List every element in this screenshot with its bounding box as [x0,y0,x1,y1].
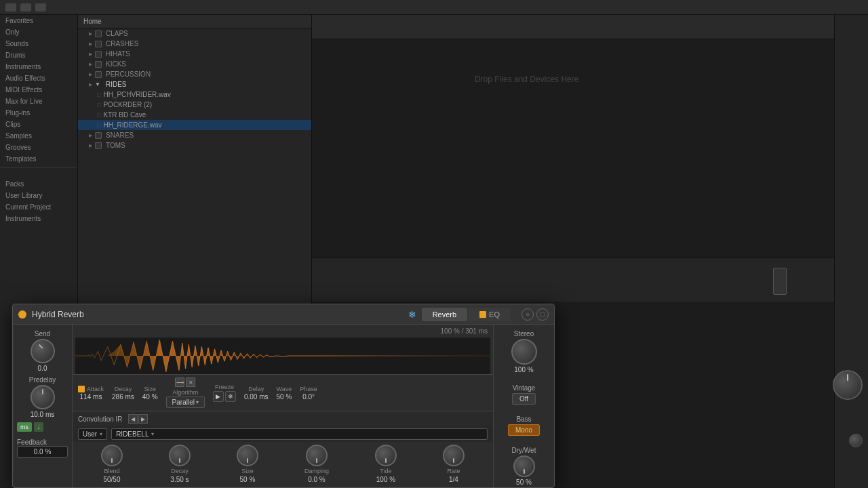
sidebar-item-user-library[interactable]: User Library [0,190,77,201]
send-knob[interactable] [31,339,55,363]
file-item-percussion[interactable]: PERCUSSION [78,69,311,79]
waveform-info: 100 % / 301 ms [73,325,493,338]
blend-value: 50/50 [103,476,120,483]
file-item-kicks[interactable]: KICKS [78,59,311,69]
sidebar-item-grooves[interactable]: Grooves [0,142,77,153]
sidebar-item-audio-effects[interactable]: Audio Effects [0,73,77,84]
stereo-knob[interactable] [511,339,537,365]
eq-tab-indicator [479,311,486,318]
sidebar-item-instruments-2[interactable]: Instruments [0,213,77,224]
tide-label: Tide [380,468,391,474]
freeze-icon-1[interactable]: ▶ [213,391,224,402]
tab-eq[interactable]: EQ [469,308,511,321]
send-label: Send [35,330,50,338]
modulate-icon[interactable]: ⟶ [175,378,184,387]
file-item-rides[interactable]: ▼ RIDES [78,79,311,89]
conv-user-dropdown[interactable]: User ▾ [78,428,107,440]
mixer-fader[interactable] [773,268,787,295]
plugin-body: Send 0.0 Predelay 10.0 ms ms ♩ [13,325,554,487]
dry-wet-knob[interactable] [513,455,535,477]
dry-wet-value: 50 % [516,479,532,486]
feedback-group: Feedback 0.0 % [17,439,68,458]
plugin-titlebar: Hybrid Reverb ❄ Reverb EQ ○ □ [13,304,554,325]
predelay-knob[interactable] [31,385,55,409]
algorithm-select[interactable]: Parallel ▾ [166,396,205,408]
feedback-label: Feedback [17,439,68,446]
waveform-display[interactable] [75,338,490,374]
sidebar-item-packs[interactable]: Packs [0,178,77,190]
sidebar-item-drums[interactable]: Drums [0,49,77,61]
sidebar-item-only[interactable]: Only [0,26,77,38]
sidebar-item-clips[interactable]: Clips [0,119,77,130]
transport-button-2[interactable] [20,3,31,12]
blend-knob[interactable] [101,445,123,466]
send-value: 0.0 [38,365,47,372]
crossfade-icon[interactable]: ✕ [186,378,195,387]
rate-knob[interactable] [443,445,465,466]
damping-value: 0.0 % [308,476,326,483]
stereo-value: 100 % [514,366,533,373]
vintage-group: Vintage Off [512,384,536,405]
drop-hint: Drop Files and Devices Here [475,75,578,84]
master-knob[interactable] [833,370,863,400]
conv-prev-button[interactable]: ◀ [128,414,138,424]
tide-knob[interactable] [375,445,397,466]
feedback-value[interactable]: 0.0 % [17,446,68,458]
freeze-buttons: ▶ ❄ [213,391,236,402]
damping-knob[interactable] [306,445,328,466]
sub-item-pockrder[interactable]: POCKRDER (2) [78,100,311,110]
sidebar-item-favorites[interactable]: Favorites [0,15,77,26]
tab-reverb[interactable]: Reverb [422,308,467,321]
conv-nav-buttons: ◀ ▶ [128,414,148,424]
sidebar-item-max-for-live[interactable]: Max for Live [0,96,77,107]
sidebar-item-templates[interactable]: Templates [0,153,77,165]
transport-button-3[interactable] [35,3,46,12]
decay-label: Decay [115,386,132,392]
sidebar-item-current-project[interactable]: Current Project [0,201,77,213]
ms-button[interactable]: ms [17,422,32,432]
conv-decay-knob[interactable] [169,445,191,466]
size-label: Size [144,386,156,392]
wave-value: 50 % [277,393,292,401]
convolution-label: Convolution IR [78,415,123,423]
delay-label: Delay [248,386,264,392]
file-browser-header: Home [78,15,311,28]
attack-dot [78,386,85,392]
file-item-claps[interactable]: CLAPS [78,28,311,39]
note-button[interactable]: ♩ [34,422,43,432]
stereo-group: Stereo 100 % [511,330,537,373]
waveform-svg [75,338,490,374]
right-controls: Stereo 100 % Vintage Off Bass Mono Dry [493,325,554,487]
file-item-crashes[interactable]: CRASHES [78,39,311,49]
plugin-save-button[interactable]: □ [536,308,549,321]
plugin-settings-button[interactable]: ○ [521,308,534,321]
conv-decay-value: 3.50 s [170,476,189,483]
phase-group: Phase 0.0° [300,386,317,401]
sidebar-item-sounds[interactable]: Sounds [0,38,77,49]
sub-item-hh-pchvrider[interactable]: HH_PCHVRIDER.wav [78,89,311,100]
bass-button[interactable]: Mono [508,424,540,436]
top-bar [0,0,868,15]
sub-item-ktr[interactable]: KTR BD Cave [78,110,311,120]
conv-ir-dropdown[interactable]: RIDEBELL ▾ [111,428,488,440]
track-header [312,15,834,39]
sidebar-item-midi-effects[interactable]: MIDI Effects [0,84,77,96]
conv-decay-label: Decay [171,468,189,474]
cue-knob[interactable] [849,434,863,447]
file-item-snares[interactable]: SNARES [78,130,311,140]
file-item-hihats[interactable]: HIHATS [78,49,311,59]
conv-next-button[interactable]: ▶ [138,414,148,424]
conv-size-label: Size [241,468,254,474]
wave-group: Wave 50 % [277,386,292,401]
transport-button[interactable] [5,3,16,12]
sidebar-item-instruments[interactable]: Instruments [0,61,77,73]
freeze-group: Freeze ▶ ❄ [213,384,236,402]
sidebar-item-samples[interactable]: Samples [0,130,77,142]
sidebar-item-plugins[interactable]: Plug-ins [0,107,77,119]
vintage-button[interactable]: Off [512,393,536,405]
sub-item-hh-riderge[interactable]: HH_RIDERGE.wav [78,120,311,130]
file-item-toms[interactable]: TOMS [78,140,311,150]
conv-size-knob[interactable] [237,445,258,466]
freeze-snowflake-icon[interactable]: ❄ [408,309,416,320]
freeze-icon-2[interactable]: ❄ [225,391,236,402]
